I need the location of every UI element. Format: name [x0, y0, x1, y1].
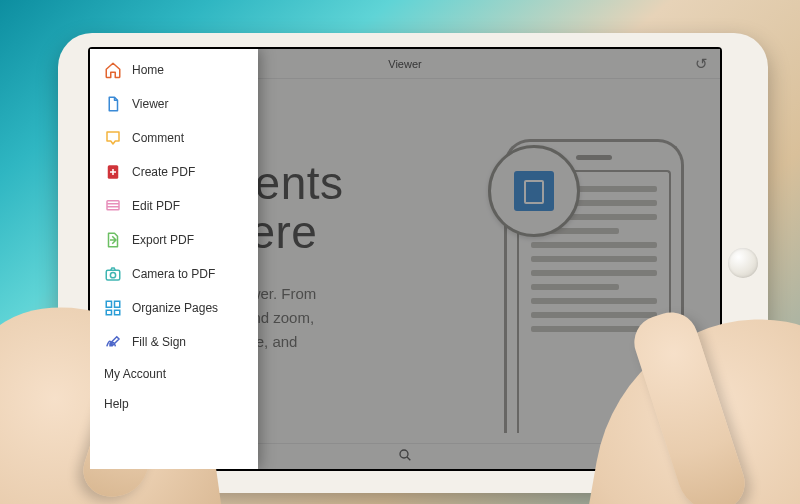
sidemenu-item-camera[interactable]: Camera to PDF [90, 257, 258, 291]
sidemenu-item-account[interactable]: My Account [90, 359, 258, 389]
sidemenu-label: Organize Pages [132, 301, 218, 315]
sidemenu-label: Viewer [132, 97, 168, 111]
edit-icon [104, 197, 122, 215]
sidemenu-item-viewer[interactable]: Viewer [90, 87, 258, 121]
comment-icon [104, 129, 122, 147]
organize-icon [104, 299, 122, 317]
sidemenu-label: Export PDF [132, 233, 194, 247]
svg-rect-9 [106, 310, 111, 315]
svg-point-6 [110, 273, 115, 278]
sidemenu-label: Home [132, 63, 164, 77]
svg-rect-4 [107, 201, 119, 210]
right-thumb [627, 305, 751, 504]
sidemenu-item-export[interactable]: Export PDF [90, 223, 258, 257]
sidemenu-item-organize[interactable]: Organize Pages [90, 291, 258, 325]
sidemenu-item-fillsign[interactable]: Fill & Sign [90, 325, 258, 359]
sidemenu-item-comment[interactable]: Comment [90, 121, 258, 155]
home-icon [104, 61, 122, 79]
sidemenu-label: Create PDF [132, 165, 195, 179]
export-icon [104, 231, 122, 249]
svg-rect-8 [115, 301, 120, 307]
sidemenu-label: Edit PDF [132, 199, 180, 213]
sidemenu-item-edit[interactable]: Edit PDF [90, 189, 258, 223]
sidemenu-label: Comment [132, 131, 184, 145]
side-menu: Home Viewer Comment [90, 49, 258, 469]
svg-rect-5 [106, 270, 120, 280]
sidemenu-label: Help [104, 397, 129, 411]
sign-icon [104, 333, 122, 351]
sidemenu-item-help[interactable]: Help [90, 389, 258, 419]
sidemenu-label: Fill & Sign [132, 335, 186, 349]
svg-rect-7 [106, 301, 111, 307]
document-icon [104, 95, 122, 113]
svg-rect-10 [115, 310, 120, 315]
sidemenu-label: Camera to PDF [132, 267, 215, 281]
tablet-home-button [728, 248, 758, 278]
sidemenu-item-create[interactable]: Create PDF [90, 155, 258, 189]
camera-icon [104, 265, 122, 283]
sidemenu-item-home[interactable]: Home [90, 53, 258, 87]
create-icon [104, 163, 122, 181]
sidemenu-label: My Account [104, 367, 166, 381]
